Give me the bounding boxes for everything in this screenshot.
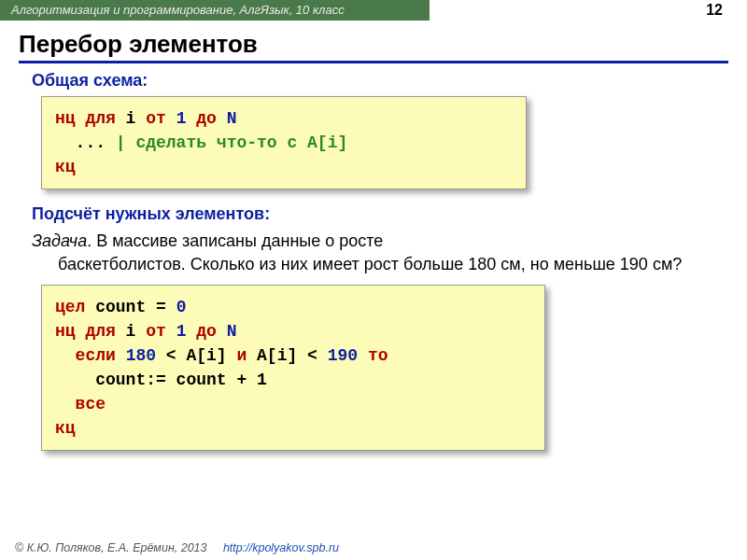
code-token: < A[i] xyxy=(156,346,236,365)
code-token: i xyxy=(116,322,146,341)
footer: © К.Ю. Поляков, Е.А. Ерёмин, 2013 http:/… xyxy=(15,541,339,554)
code-token: цел xyxy=(55,298,85,316)
code-token: A[i] < xyxy=(247,346,327,365)
section-counting: Подсчёт нужных элементов: xyxy=(32,204,715,224)
code-token: то xyxy=(358,346,388,365)
task-label: Задача xyxy=(32,231,87,250)
code-token: нц для xyxy=(55,322,116,341)
code-token: и xyxy=(236,346,247,365)
task-body-line2: баскетболистов. Сколько из них имеет рос… xyxy=(32,253,715,275)
code-token: кц xyxy=(55,158,76,176)
code-token: ... xyxy=(55,133,116,152)
code-token: i xyxy=(116,109,146,128)
code-token: count = xyxy=(85,298,176,316)
page-number: 12 xyxy=(706,2,723,19)
code-token: до xyxy=(186,322,226,341)
slide-content: Общая схема: нц для i от 1 до N ... | сд… xyxy=(0,63,747,451)
course-banner: Алгоритмизация и программирование, АлгЯз… xyxy=(0,0,430,21)
code-token: от xyxy=(146,109,176,128)
code-token: N xyxy=(227,109,237,128)
code-token: от xyxy=(146,322,176,341)
section-general-scheme: Общая схема: xyxy=(32,71,715,91)
code-token: если xyxy=(76,346,126,365)
code-token: count:= count + 1 xyxy=(55,371,267,389)
code-token: нц для xyxy=(55,109,116,128)
slide-title: Перебор элементов xyxy=(19,30,728,59)
code-token: 180 xyxy=(126,346,156,365)
code-token: N xyxy=(227,322,237,341)
code-token: 1 xyxy=(176,109,187,128)
code-token: до xyxy=(186,109,226,128)
code-token: все xyxy=(76,395,106,413)
code-token: 1 xyxy=(176,322,187,341)
code-token: 0 xyxy=(176,298,187,316)
code-block-count: цел count = 0 нц для i от 1 до N если 18… xyxy=(41,285,545,452)
code-comment: | сделать что-то с A[i] xyxy=(116,133,347,152)
code-block-loop-template: нц для i от 1 до N ... | сделать что-то … xyxy=(41,96,527,189)
footer-copyright: © К.Ю. Поляков, Е.А. Ерёмин, 2013 xyxy=(15,541,207,554)
code-token: кц xyxy=(55,419,76,438)
code-token xyxy=(55,395,76,413)
code-token xyxy=(55,346,76,365)
code-token: 190 xyxy=(328,346,358,365)
footer-link: http://kpolyakov.spb.ru xyxy=(223,541,339,554)
task-body-line1: . В массиве записаны данные о росте xyxy=(87,231,383,250)
task-text: Задача. В массиве записаны данные о рост… xyxy=(32,230,715,275)
